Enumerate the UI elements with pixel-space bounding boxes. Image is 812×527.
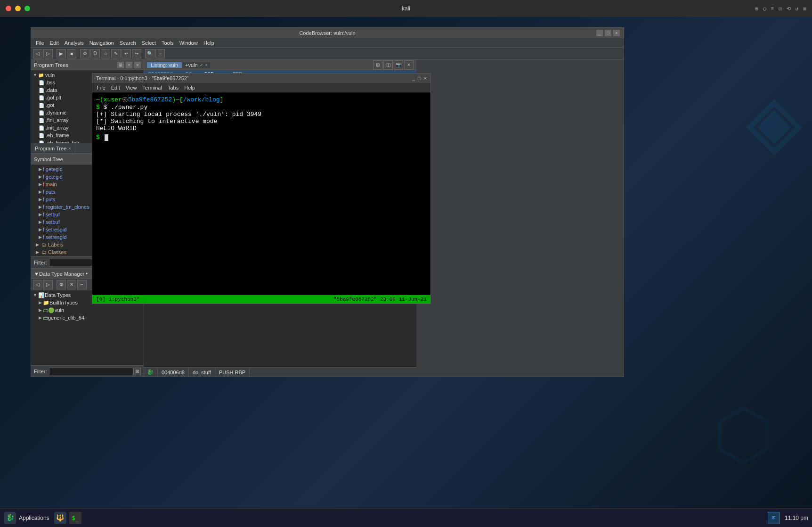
toolbar-stop[interactable]: ■ bbox=[67, 49, 76, 58]
taskbar-right: ⊡ 11:10 pm bbox=[768, 512, 808, 524]
listing-tab-close[interactable]: × bbox=[205, 63, 208, 67]
menu-window[interactable]: Window bbox=[177, 38, 201, 47]
dtm-filter-clear-btn[interactable]: ⊠ bbox=[133, 368, 141, 375]
dtm-collapse-btn[interactable]: − bbox=[77, 280, 87, 289]
listing-tab-vuln-active: ✓ bbox=[200, 63, 203, 67]
ghidra-minimize-btn[interactable]: _ bbox=[596, 30, 603, 36]
toolbar-patch[interactable]: ✎ bbox=[111, 49, 121, 58]
listing-btn2[interactable]: ◫ bbox=[383, 60, 393, 70]
taskbar-terminal-icon[interactable]: $_ bbox=[69, 512, 81, 524]
menu-bar: File Edit Analysis Navigation Search Sel… bbox=[31, 38, 624, 48]
menu-help[interactable]: Help bbox=[201, 38, 217, 47]
toolbar-analyze[interactable]: ⚙ bbox=[80, 49, 89, 58]
terminal-output-3: HeLlO WoRlD bbox=[96, 125, 427, 132]
taskbar-app-icon[interactable]: 🐉 bbox=[4, 512, 16, 524]
program-trees-add-btn[interactable]: + bbox=[126, 62, 132, 68]
toolbar: ◁ ▷ ▶ ■ ⚙ D ☆ ✎ ↩ ↪ 🔍 → bbox=[31, 48, 624, 60]
toolbar-back[interactable]: ◁ bbox=[33, 49, 42, 58]
dtm-back-btn[interactable]: ◁ bbox=[33, 280, 42, 289]
taskbar: 🐉 Applications 🔱 $_ ⊡ 11:10 pm bbox=[0, 508, 812, 527]
dtm-generic-clib[interactable]: ▶ 🗃 generic_clib_64 bbox=[31, 314, 144, 321]
taskbar-screen-icon[interactable]: ⊡ bbox=[768, 512, 780, 524]
terminal-cursor-line: $ bbox=[96, 134, 427, 141]
menu-analysis[interactable]: Analysis bbox=[62, 38, 87, 47]
ghidra-title-buttons[interactable]: _ □ × bbox=[596, 30, 620, 36]
listing-title: Listing: vuln bbox=[147, 62, 182, 68]
os-right-icons: ⊞◯≡⊡⟲↺⊠ bbox=[755, 6, 806, 12]
listing-tab-vuln[interactable]: +vuln ✓ × bbox=[182, 62, 211, 68]
terminal-title-buttons[interactable]: _ □ × bbox=[412, 75, 427, 81]
window-close-dot[interactable] bbox=[6, 6, 11, 11]
program-trees-expand-btn[interactable]: ⊞ bbox=[117, 62, 124, 68]
dtm-filter-btn[interactable]: ⚙ bbox=[57, 280, 66, 289]
os-window-title: kali bbox=[402, 5, 410, 12]
terminal-cursor bbox=[105, 134, 108, 141]
term-menu-tabs[interactable]: Tabs bbox=[165, 85, 181, 91]
menu-select[interactable]: Select bbox=[139, 38, 159, 47]
dtm-fwd-btn[interactable]: ▷ bbox=[43, 280, 53, 289]
listing-btn1[interactable]: ⊞ bbox=[373, 60, 382, 70]
terminal-title-text: Terminal - 0:1:python3 - "5ba9fe867252" bbox=[96, 75, 189, 81]
toolbar-bookmark[interactable]: ☆ bbox=[101, 49, 110, 58]
toolbar-search[interactable]: 🔍 bbox=[145, 49, 154, 58]
term-menu-terminal[interactable]: Terminal bbox=[139, 85, 165, 91]
taskbar-time: 11:10 pm bbox=[785, 515, 808, 521]
program-tree-tab-item[interactable]: Program Tree × bbox=[31, 143, 75, 153]
status-bar: 🐉 004006d8 do_stuff PUSH RBP bbox=[144, 367, 416, 377]
menu-tools[interactable]: Tools bbox=[159, 38, 177, 47]
ghidra-close-btn[interactable]: × bbox=[613, 30, 620, 36]
term-menu-view[interactable]: View bbox=[123, 85, 140, 91]
program-trees-title: Program Trees bbox=[34, 62, 115, 68]
dtm-filter: Filter: ⊠ bbox=[31, 365, 144, 377]
terminal-prompt-close: )─[ bbox=[172, 96, 183, 103]
window-maximize-dot[interactable] bbox=[24, 6, 30, 11]
terminal-titlebar: Terminal - 0:1:python3 - "5ba9fe867252" … bbox=[92, 74, 430, 83]
terminal-hostname: 5ba9fe867252 bbox=[128, 96, 172, 103]
term-menu-file[interactable]: File bbox=[94, 85, 108, 91]
listing-close-btn[interactable]: × bbox=[404, 60, 414, 70]
terminal-minimize-btn[interactable]: _ bbox=[412, 75, 415, 81]
os-titlebar: kali ⊞◯≡⊡⟲↺⊠ bbox=[0, 0, 812, 17]
terminal-menubar: File Edit View Terminal Tabs Help bbox=[92, 83, 430, 92]
toolbar-goto[interactable]: → bbox=[155, 49, 165, 58]
program-tree-tab-close[interactable]: × bbox=[68, 146, 71, 151]
terminal-status-right: "5ba9fe867252" 23:09 11-Jun-21 bbox=[333, 296, 427, 302]
terminal-prompt-user: ─( bbox=[96, 96, 104, 103]
ghidra-title-text: CodeBrowser: vuln:/vuln bbox=[299, 30, 355, 36]
menu-file[interactable]: File bbox=[33, 38, 47, 47]
toolbar-undo[interactable]: ↩ bbox=[122, 49, 131, 58]
listing-tabs: Listing: vuln +vuln ✓ × bbox=[147, 62, 211, 68]
dtm-vuln[interactable]: ▶ 🗃 🟢vuln bbox=[31, 306, 144, 314]
toolbar-forward[interactable]: ▷ bbox=[43, 49, 53, 58]
program-trees-header: Program Trees ⊞ + × bbox=[31, 60, 144, 70]
listing-snapshot-btn[interactable]: 📷 bbox=[394, 60, 403, 70]
toolbar-redo[interactable]: ↪ bbox=[132, 49, 141, 58]
terminal-bracket-close: ] bbox=[220, 96, 224, 103]
terminal-username: xuser bbox=[104, 96, 122, 103]
ghidra-maximize-btn[interactable]: □ bbox=[605, 30, 611, 36]
status-func: do_stuff bbox=[193, 368, 215, 377]
status-instruction: PUSH RBP bbox=[219, 368, 250, 377]
terminal-window: Terminal - 0:1:python3 - "5ba9fe867252" … bbox=[92, 73, 431, 304]
dtm-filter-input[interactable] bbox=[49, 368, 134, 375]
taskbar-apps-label[interactable]: Applications bbox=[19, 515, 49, 521]
taskbar-kali-icon[interactable]: 🔱 bbox=[54, 512, 66, 524]
term-menu-help[interactable]: Help bbox=[181, 85, 198, 91]
dtm-delete-btn[interactable]: ✕ bbox=[67, 280, 76, 289]
terminal-output-1: [+] Starting local process './vuln': pid… bbox=[96, 111, 427, 118]
terminal-maximize-btn[interactable]: □ bbox=[418, 75, 421, 81]
menu-navigation[interactable]: Navigation bbox=[87, 38, 117, 47]
program-trees-close-btn[interactable]: × bbox=[134, 62, 141, 68]
toolbar-run[interactable]: ▶ bbox=[57, 49, 66, 58]
terminal-cursor-prompt: $ bbox=[96, 134, 100, 141]
menu-edit[interactable]: Edit bbox=[47, 38, 62, 47]
menu-search[interactable]: Search bbox=[117, 38, 139, 47]
terminal-prompt-line: ─( xuser ㉿ 5ba9fe867252 )─[ /work/blog ] bbox=[96, 95, 427, 104]
status-dragon-icon: 🐉 bbox=[147, 368, 158, 377]
listing-header-buttons: ⊞ ◫ 📷 × bbox=[373, 60, 414, 70]
terminal-at: ㉿ bbox=[122, 95, 128, 104]
terminal-close-btn[interactable]: × bbox=[424, 75, 427, 81]
window-minimize-dot[interactable] bbox=[15, 6, 21, 11]
term-menu-edit[interactable]: Edit bbox=[108, 85, 123, 91]
toolbar-disassemble[interactable]: D bbox=[90, 49, 100, 58]
